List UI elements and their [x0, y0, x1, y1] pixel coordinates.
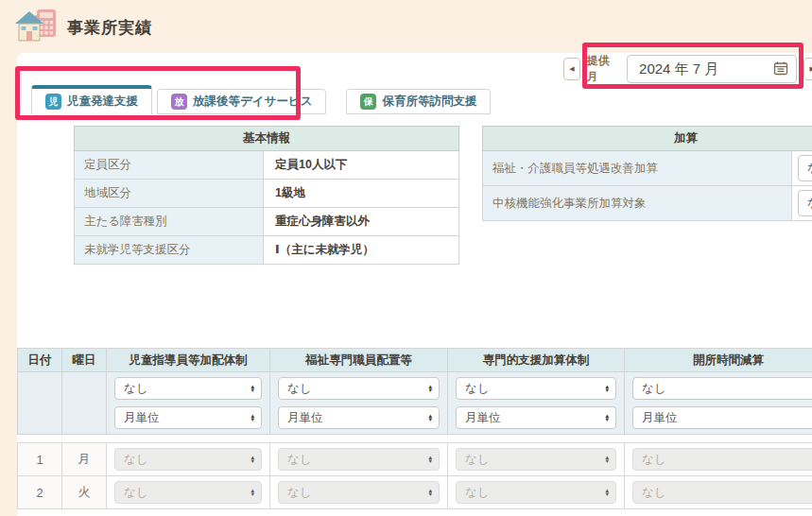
kahai-month-select[interactable]: なし	[114, 377, 262, 400]
fukushi-month-select[interactable]: なし	[278, 377, 440, 400]
jidou-badge-icon: 児	[45, 94, 61, 110]
day2-fukushi-select: なし	[278, 481, 440, 504]
tab-label: 保育所等訪問支援	[382, 94, 476, 110]
kaisho-unit-select[interactable]: 月単位	[632, 406, 812, 429]
chuukaku-kinou-select[interactable]: なし	[798, 190, 812, 216]
kahai-unit-select[interactable]: 月単位	[114, 406, 262, 429]
row-label: 中核機能強化事業所加算対象	[483, 186, 792, 221]
col-header-kahai: 児童指導員等加配体制	[107, 349, 270, 372]
empty-date-cell	[18, 372, 62, 435]
select-arrows-icon	[428, 414, 432, 422]
schedule-day-table: 1 月 なし なし なし なし 2 火 なし なし なし なし	[17, 442, 812, 509]
hoiku-badge-icon: 保	[360, 94, 376, 110]
row-value: Ⅰ（主に未就学児）	[264, 236, 459, 265]
select-arrows-icon	[251, 456, 254, 464]
row-label: 未就学児等支援区分	[75, 236, 264, 265]
row-label: 定員区分	[75, 151, 264, 180]
day2-kaisho-select: なし	[632, 481, 812, 504]
tab-bar: 児 児童発達支援 放 放課後等デイサービス 保 保育所等訪問支援	[31, 85, 491, 114]
day1-kaisho-select: なし	[632, 448, 812, 471]
kasan-table: 加算 福祉・介護職員等処遇改善加算 なし 中核機能強化事業所加算対象 なし	[482, 126, 812, 221]
col-header-date: 日付	[18, 349, 62, 372]
calendar-icon[interactable]	[773, 60, 788, 78]
screen: 事業所実績 ◀ 提供月 2024 年 7 月	[0, 0, 812, 516]
day-row-2: 2 火 なし なし なし なし	[18, 476, 812, 509]
weekday: 月	[62, 443, 107, 476]
basic-info-title: 基本情報	[75, 127, 459, 151]
col-header-fukushi: 福祉専門職員配置等	[270, 349, 448, 372]
kaisho-month-select[interactable]: なし	[632, 377, 812, 400]
month-field-label: 提供月	[587, 53, 620, 85]
row-label: 地域区分	[75, 180, 264, 208]
select-arrows-icon	[251, 489, 254, 497]
day2-kahai-select: なし	[114, 481, 262, 504]
schedule-table: 日付 曜日 児童指導員等加配体制 福祉専門職員配置等 専門的支援加算体制 開所時…	[17, 348, 812, 435]
shoguu-kaizen-select[interactable]: なし	[798, 155, 812, 181]
table-row: 未就学児等支援区分 Ⅰ（主に未就学児）	[75, 236, 459, 265]
table-row: 地域区分 1級地	[75, 180, 459, 208]
next-month-button[interactable]: ▶	[803, 58, 812, 80]
col-header-weekday: 曜日	[62, 349, 107, 372]
table-row: 定員区分 定員10人以下	[75, 151, 459, 180]
empty-weekday-cell	[62, 372, 107, 435]
day1-fukushi-select: なし	[278, 448, 440, 471]
month-settings-row: なし 月単位 なし 月単位 なし 月単位 なし 月単位	[18, 372, 812, 435]
tab-label: 放課後等デイサービス	[193, 94, 312, 110]
kasan-title: 加算	[483, 127, 812, 151]
senmon-month-select[interactable]: なし	[456, 377, 616, 400]
select-arrows-icon	[251, 385, 254, 393]
page-title: 事業所実績	[67, 17, 152, 39]
col-header-kaisho: 開所時間減算	[625, 349, 812, 372]
day1-kahai-select: なし	[114, 448, 262, 471]
month-input[interactable]: 2024 年 7 月	[627, 55, 797, 83]
day-number: 2	[18, 476, 62, 509]
senmon-unit-select[interactable]: 月単位	[456, 406, 616, 429]
day1-senmon-select: なし	[456, 448, 616, 471]
select-arrows-icon	[428, 385, 432, 393]
select-arrows-icon	[428, 489, 432, 497]
col-header-senmon: 専門的支援加算体制	[448, 349, 625, 372]
row-value: 1級地	[264, 180, 459, 208]
select-arrows-icon	[251, 414, 254, 422]
row-label: 主たる障害種別	[75, 208, 264, 236]
row-value: 重症心身障害以外	[264, 208, 459, 236]
month-input-value: 2024 年 7 月	[639, 60, 718, 78]
houkago-badge-icon: 放	[171, 94, 187, 110]
weekday: 火	[62, 476, 107, 509]
date-nav: ◀ 提供月 2024 年 7 月 ▶	[563, 55, 812, 83]
basic-info-table: 基本情報 定員区分 定員10人以下 地域区分 1級地 主たる障害種別 重症心身障…	[74, 126, 459, 265]
tab-hoikusho-houmon-shien[interactable]: 保 保育所等訪問支援	[346, 89, 491, 114]
page-header: 事業所実績	[14, 8, 152, 47]
day-row-1: 1 月 なし なし なし なし	[18, 443, 812, 476]
row-value: 定員10人以下	[264, 151, 459, 180]
select-arrows-icon	[605, 385, 609, 393]
prev-month-button[interactable]: ◀	[563, 58, 580, 80]
day2-senmon-select: なし	[456, 481, 616, 504]
day-number: 1	[18, 443, 62, 476]
tab-houkago-day-service[interactable]: 放 放課後等デイサービス	[157, 89, 326, 114]
select-arrows-icon	[605, 489, 609, 497]
select-arrows-icon	[605, 456, 609, 464]
table-row: 福祉・介護職員等処遇改善加算 なし	[483, 151, 812, 186]
fukushi-unit-select[interactable]: 月単位	[278, 406, 440, 429]
table-row: 主たる障害種別 重症心身障害以外	[75, 208, 459, 236]
tab-jidou-hattatsu-shien[interactable]: 児 児童発達支援	[31, 85, 152, 114]
row-label: 福祉・介護職員等処遇改善加算	[483, 151, 792, 186]
select-arrows-icon	[428, 456, 432, 464]
content-card: ◀ 提供月 2024 年 7 月 ▶	[17, 53, 812, 516]
table-row: 中核機能強化事業所加算対象 なし	[483, 186, 812, 221]
house-calculator-icon	[14, 8, 58, 47]
tab-label: 児童発達支援	[67, 94, 138, 110]
select-arrows-icon	[605, 414, 609, 422]
